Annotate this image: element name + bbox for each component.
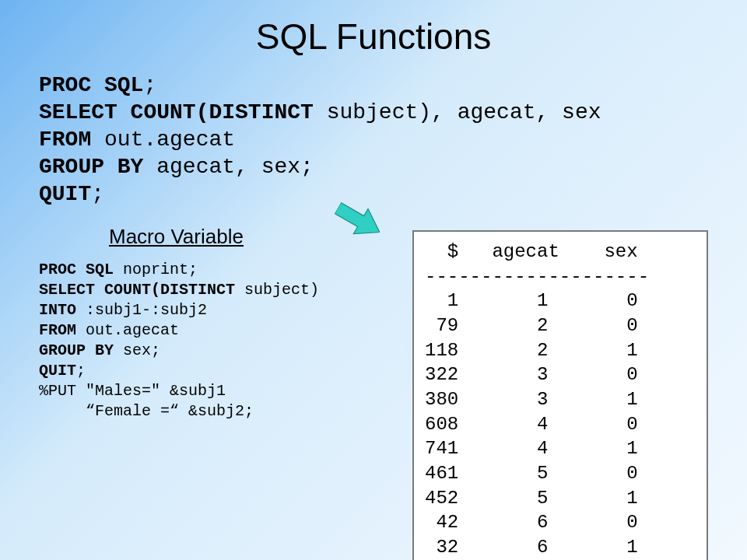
output-table: $ agecat sex -------------------- 1 1 0 … (412, 230, 708, 560)
txt2-noprint: noprint; (114, 261, 198, 278)
output-row: 608 4 0 (425, 414, 638, 435)
kw2-from: FROM (39, 321, 76, 339)
txt2-from-table: out.agecat (76, 321, 179, 339)
kw-proc-sql: PROC SQL (39, 73, 143, 97)
output-row: 32 6 1 (425, 537, 638, 558)
txt-group-cols: agecat, sex; (143, 155, 313, 179)
txt-from-table: out.agecat (91, 128, 235, 152)
slide: SQL Functions PROC SQL; SELECT COUNT(DIS… (0, 0, 747, 560)
txt2-put-line1: %PUT "Males=" &subj1 (39, 382, 226, 400)
kw-group-by: GROUP BY (39, 155, 143, 179)
kw-from: FROM (39, 128, 91, 152)
txt2-into-vars: :subj1-:subj2 (76, 301, 207, 319)
txt-select-cols: subject), agecat, sex (314, 100, 601, 124)
output-divider: -------------------- (425, 266, 649, 287)
kw2-group-by: GROUP BY (39, 341, 114, 359)
output-row: 322 3 0 (425, 364, 638, 385)
output-row: 461 5 0 (425, 463, 638, 484)
txt2-quit-semi: ; (76, 362, 86, 380)
output-row: 1 1 0 (425, 290, 638, 311)
page-title: SQL Functions (39, 16, 708, 58)
output-row: 380 3 1 (425, 389, 638, 410)
main-code-block: PROC SQL; SELECT COUNT(DISTINCT subject)… (39, 72, 708, 208)
txt2-put-line2: “Female =“ &subj2; (39, 402, 254, 420)
kw2-quit: QUIT (39, 362, 76, 380)
kw2-select: SELECT COUNT(DISTINCT (39, 281, 235, 299)
output-row: 118 2 1 (425, 340, 638, 361)
kw-quit: QUIT (39, 182, 91, 206)
output-row: 42 6 0 (425, 512, 638, 533)
txt-quit-semi: ; (91, 182, 104, 206)
kw-select: SELECT COUNT(DISTINCT (39, 100, 314, 124)
output-row: 79 2 0 (425, 315, 638, 336)
output-row: 452 5 1 (425, 488, 638, 509)
txt2-select-col: subject) (235, 281, 319, 299)
output-row: 741 4 1 (425, 438, 638, 459)
kw2-into: INTO (39, 301, 76, 319)
txt-semicolon: ; (143, 73, 156, 97)
kw2-proc-sql: PROC SQL (39, 261, 114, 278)
txt2-group-col: sex; (114, 341, 160, 359)
output-header: $ agecat sex (425, 241, 638, 262)
